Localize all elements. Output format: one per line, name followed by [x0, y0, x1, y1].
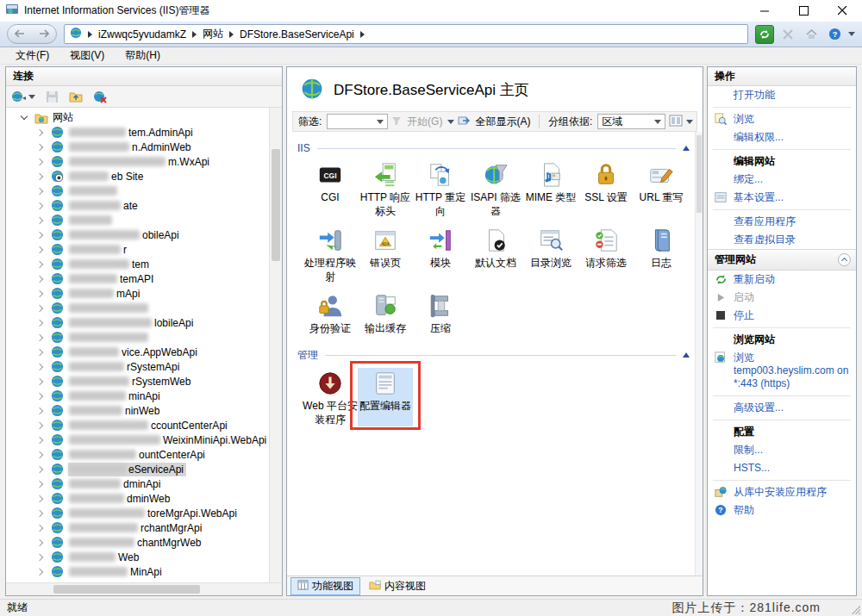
feature-configuration-editor[interactable]: 配置编辑器: [358, 368, 413, 426]
expand-chevron-icon[interactable]: [36, 158, 43, 165]
tree-site-row[interactable]: vice.AppWebApi: [6, 345, 269, 359]
expand-chevron-icon[interactable]: [36, 568, 43, 575]
feature-compression[interactable]: 压缩: [413, 290, 468, 336]
tree-site-row[interactable]: dminApi: [6, 476, 269, 491]
filter-input[interactable]: [327, 114, 388, 129]
tree-site-row[interactable]: n.AdminWeb: [6, 140, 269, 154]
tree-site-row[interactable]: tem: [6, 257, 269, 271]
action-link[interactable]: 绑定...: [708, 171, 856, 189]
connect-server-icon[interactable]: [9, 89, 37, 105]
action-link[interactable]: 基本设置...: [708, 189, 856, 207]
maximize-button[interactable]: [784, 0, 823, 22]
expand-chevron-icon[interactable]: [36, 480, 43, 487]
expand-chevron-icon[interactable]: [36, 143, 43, 150]
tree-site-row[interactable]: tem.AdminApi: [6, 125, 269, 140]
feature-request-filtering[interactable]: 请求筛选: [578, 225, 634, 283]
breadcrumb-segment[interactable]: iZwwqc5yvudamkZ: [95, 28, 190, 40]
expand-chevron-icon[interactable]: [36, 333, 43, 340]
back-icon[interactable]: [15, 28, 25, 40]
forward-icon[interactable]: [39, 28, 49, 40]
tree-site-row[interactable]: rchantMgrApi: [6, 520, 269, 535]
feature-default-document[interactable]: 默认文档: [468, 225, 523, 283]
tree-site-row[interactable]: [6, 184, 269, 198]
disconnect-icon[interactable]: [91, 89, 109, 105]
action-link[interactable]: HSTS...: [708, 459, 856, 477]
tree-site-row[interactable]: lobileApi: [6, 315, 269, 330]
expand-chevron-icon[interactable]: [36, 553, 43, 560]
expand-chevron-icon[interactable]: [36, 407, 43, 414]
section-collapse-icon[interactable]: [683, 352, 690, 358]
expand-chevron-icon[interactable]: [36, 348, 43, 355]
tree-site-row[interactable]: minApi: [6, 389, 269, 403]
tree-site-row[interactable]: ate: [6, 198, 269, 213]
breadcrumb-segment[interactable]: DFStore.BaseServiceApi: [236, 28, 358, 40]
filter-go-button[interactable]: 开始(G): [405, 115, 444, 129]
action-link[interactable]: 从库中安装应用程序: [708, 483, 856, 501]
action-link[interactable]: 限制...: [708, 441, 856, 459]
feature-url-rewrite[interactable]: URL 重写: [634, 159, 689, 218]
tree-site-row[interactable]: WeixinMiniApi.WebApi: [6, 432, 269, 447]
tree-site-row[interactable]: chantMgrWeb: [6, 535, 269, 550]
tree-site-row[interactable]: r: [6, 242, 269, 257]
section-collapse-icon[interactable]: [683, 146, 690, 151]
up-folder-icon[interactable]: [67, 89, 84, 104]
feature-http-response-headers[interactable]: HTTP 响应标头: [358, 159, 413, 218]
tree-site-row[interactable]: eServiceApi: [6, 462, 269, 476]
resize-grip[interactable]: [849, 603, 860, 614]
feature-output-caching[interactable]: 输出缓存: [358, 290, 413, 336]
expand-chevron-icon[interactable]: [36, 363, 43, 370]
expand-chevron-icon[interactable]: [36, 392, 43, 399]
tree-site-row[interactable]: ninWeb: [6, 403, 269, 418]
restart-button[interactable]: [755, 25, 774, 44]
tree-horizontal-scrollbar[interactable]: [6, 582, 282, 595]
tree-site-row[interactable]: rSystemApi: [6, 359, 269, 374]
tree-site-row[interactable]: temAPI: [6, 271, 269, 286]
action-link[interactable]: 编辑权限...: [708, 128, 856, 146]
tree-site-row[interactable]: ountCenterApi: [6, 447, 269, 462]
tree-site-row[interactable]: [6, 213, 269, 227]
feature-ssl-settings[interactable]: SSL 设置: [578, 159, 634, 218]
expand-chevron-icon[interactable]: [36, 231, 43, 238]
menu-item[interactable]: 帮助(H): [116, 47, 169, 65]
expand-chevron-icon[interactable]: [36, 304, 43, 311]
feature-handler-mappings[interactable]: 处理程序映射: [303, 225, 358, 283]
home-button[interactable]: [802, 25, 821, 44]
expand-chevron-icon[interactable]: [36, 524, 43, 531]
feature-cgi[interactable]: CGI CGI: [303, 159, 358, 218]
expand-chevron-icon[interactable]: [36, 246, 43, 252]
action-link[interactable]: ?帮助: [708, 501, 856, 520]
tree-vertical-scrollbar[interactable]: [269, 108, 282, 582]
minimize-button[interactable]: [746, 0, 784, 22]
breadcrumb[interactable]: iZwwqc5yvudamkZ网站DFStore.BaseServiceApi: [64, 24, 748, 44]
feature-mime-types[interactable]: MIME 类型: [523, 159, 578, 218]
action-link[interactable]: 查看虚拟目录: [708, 231, 856, 249]
collapse-section-button[interactable]: [838, 253, 851, 266]
help-button[interactable]: ?: [825, 25, 844, 44]
expand-chevron-icon[interactable]: [36, 260, 43, 267]
feature-http-redirect[interactable]: HTTP 重定向: [413, 159, 468, 218]
action-link[interactable]: 重新启动: [708, 271, 856, 289]
feature-modules[interactable]: 模块: [413, 225, 468, 283]
action-link[interactable]: 高级设置...: [708, 399, 856, 417]
save-icon[interactable]: [44, 89, 60, 105]
tree-site-row[interactable]: Web: [6, 550, 269, 564]
feature-authentication[interactable]: 身份验证: [303, 290, 358, 336]
tree-site-row[interactable]: eb Site: [6, 169, 269, 184]
action-link[interactable]: 停止: [708, 307, 856, 325]
action-link[interactable]: 浏览 temp003.heyslim.com on *:443 (https): [708, 349, 856, 393]
action-link[interactable]: 浏览: [708, 110, 856, 128]
expand-chevron-icon[interactable]: [36, 509, 43, 516]
feature-logging[interactable]: 日志: [634, 225, 689, 283]
expand-chevron-icon[interactable]: [36, 421, 43, 428]
feature-error-pages[interactable]: 404 错误页: [358, 225, 413, 283]
tree-site-row[interactable]: MinApi: [6, 564, 269, 579]
tree-site-row[interactable]: [6, 301, 269, 315]
tree-site-row[interactable]: ccountCenterApi: [6, 418, 269, 432]
expand-chevron-icon[interactable]: [36, 289, 43, 296]
show-all-button[interactable]: 全部显示(A): [473, 115, 532, 129]
expand-chevron-icon[interactable]: [36, 216, 43, 223]
expand-chevron-icon[interactable]: [36, 275, 43, 282]
group-by-select[interactable]: 区域: [597, 114, 665, 129]
view-toggle-icon[interactable]: [669, 115, 683, 129]
feature-directory-browsing[interactable]: 目录浏览: [523, 225, 578, 283]
